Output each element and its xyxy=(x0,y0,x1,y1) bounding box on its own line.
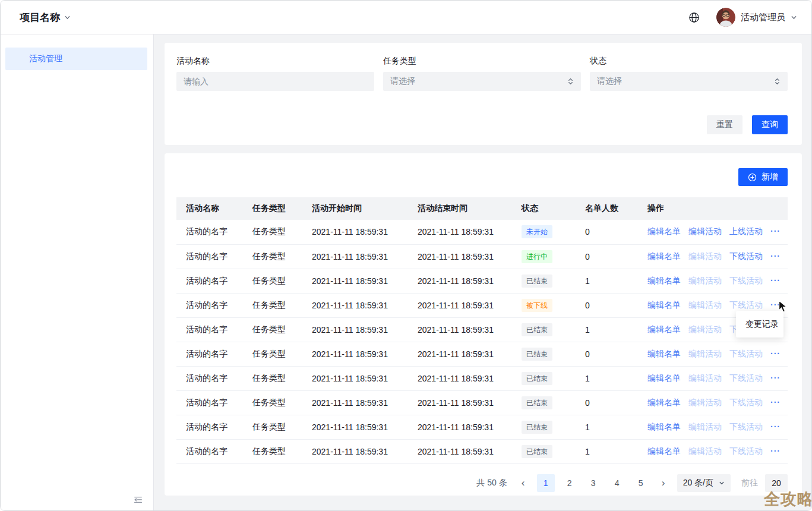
status-select[interactable]: 请选择 xyxy=(590,72,788,91)
cell-status: 已结束 xyxy=(512,269,576,293)
next-page-icon[interactable]: › xyxy=(657,474,670,492)
menu-item-change-records[interactable]: 变更记录 xyxy=(745,319,779,330)
search-button[interactable]: 查询 xyxy=(752,115,788,134)
avatar xyxy=(716,8,735,27)
reset-button[interactable]: 重置 xyxy=(707,115,743,134)
sidebar-item-activity-management[interactable]: 活动管理 xyxy=(5,48,147,70)
page-number-4[interactable]: 4 xyxy=(608,474,626,492)
page-number-2[interactable]: 2 xyxy=(561,474,579,492)
globe-icon[interactable] xyxy=(688,12,700,23)
action-offline-activity[interactable]: 下线活动 xyxy=(729,251,763,261)
cell-status: 已结束 xyxy=(512,342,576,366)
user-name: 活动管理员 xyxy=(741,12,785,23)
cell-count: 0 xyxy=(576,342,638,366)
cell-activity-name: 活动的名字 xyxy=(176,244,243,269)
column-header: 任务类型 xyxy=(243,197,302,220)
topbar-right: 活动管理员 xyxy=(688,8,797,27)
user-menu[interactable]: 活动管理员 xyxy=(716,8,797,27)
action-edit-activity: 编辑活动 xyxy=(688,349,722,358)
row-more-icon[interactable]: ··· xyxy=(770,276,781,285)
task-type-select[interactable]: 请选择 xyxy=(383,72,581,91)
cell-end-time: 2021-11-11 18:59:31 xyxy=(408,220,512,244)
action-edit-list[interactable]: 编辑名单 xyxy=(647,300,681,310)
page-number-1[interactable]: 1 xyxy=(537,474,555,492)
cell-activity-name: 活动的名字 xyxy=(176,390,243,415)
cell-actions: 编辑名单编辑活动下线活动··· xyxy=(638,439,788,463)
cell-status: 已结束 xyxy=(512,317,576,342)
add-button-label: 新增 xyxy=(762,172,778,182)
watermark-text: 全攻略 xyxy=(764,488,812,510)
action-edit-list[interactable]: 编辑名单 xyxy=(647,373,681,383)
select-placeholder: 请选择 xyxy=(597,76,622,87)
action-edit-list[interactable]: 编辑名单 xyxy=(647,276,681,285)
row-more-icon[interactable]: ··· xyxy=(770,398,781,407)
action-edit-list[interactable]: 编辑名单 xyxy=(647,251,681,261)
status-badge: 已结束 xyxy=(522,421,552,434)
action-edit-activity: 编辑活动 xyxy=(688,324,722,334)
cell-count: 0 xyxy=(576,390,638,415)
action-edit-list[interactable]: 编辑名单 xyxy=(647,349,681,358)
cell-task-type: 任务类型 xyxy=(243,390,302,415)
cell-task-type: 任务类型 xyxy=(243,220,302,244)
cell-end-time: 2021-11-11 18:59:31 xyxy=(408,390,512,415)
row-more-icon[interactable]: ··· xyxy=(770,349,781,358)
table-panel: 新增 活动名称任务类型活动开始时间活动结束时间状态名单人数操作 活动的名字 任务… xyxy=(165,153,802,496)
page-list: 12345 xyxy=(537,474,650,492)
cell-activity-name: 活动的名字 xyxy=(176,415,243,439)
cell-count: 0 xyxy=(576,244,638,269)
cell-task-type: 任务类型 xyxy=(243,342,302,366)
action-edit-list[interactable]: 编辑名单 xyxy=(647,446,681,456)
activity-name-input[interactable] xyxy=(184,77,367,86)
row-more-icon[interactable]: ··· xyxy=(770,226,781,236)
cell-activity-name: 活动的名字 xyxy=(176,342,243,366)
cell-actions: 编辑名单编辑活动下线活动··· xyxy=(638,366,788,390)
page-size-value: 20 条/页 xyxy=(683,478,713,488)
action-edit-activity[interactable]: 编辑活动 xyxy=(688,226,722,236)
action-offline-activity: 下线活动 xyxy=(729,373,763,383)
status-badge: 已结束 xyxy=(522,348,552,361)
cell-task-type: 任务类型 xyxy=(243,293,302,317)
cell-start-time: 2021-11-11 18:59:31 xyxy=(302,293,408,317)
action-offline-activity: 下线活动 xyxy=(729,300,763,310)
cell-end-time: 2021-11-11 18:59:31 xyxy=(408,244,512,269)
select-expand-icon xyxy=(774,77,781,86)
page-size-select[interactable]: 20 条/页 xyxy=(677,474,731,492)
action-edit-activity: 编辑活动 xyxy=(688,373,722,383)
cell-task-type: 任务类型 xyxy=(243,415,302,439)
column-header: 名单人数 xyxy=(576,197,638,220)
select-placeholder: 请选择 xyxy=(390,76,415,87)
action-edit-activity: 编辑活动 xyxy=(688,398,722,407)
field-label: 状态 xyxy=(590,56,788,67)
action-edit-list[interactable]: 编辑名单 xyxy=(647,226,681,236)
table-row: 活动的名字 任务类型 2021-11-11 18:59:31 2021-11-1… xyxy=(176,269,788,293)
page-title: 项目名称 xyxy=(20,11,60,24)
prev-page-icon[interactable]: ‹ xyxy=(517,474,530,492)
project-title-dropdown[interactable]: 项目名称 xyxy=(20,11,71,24)
cell-count: 1 xyxy=(576,439,638,463)
sidebar-collapse-icon[interactable] xyxy=(133,495,143,504)
cell-end-time: 2021-11-11 18:59:31 xyxy=(408,439,512,463)
action-edit-activity: 编辑活动 xyxy=(688,251,722,261)
action-offline-activity: 下线活动 xyxy=(729,276,763,285)
row-more-icon[interactable]: ··· xyxy=(770,373,781,383)
row-more-icon[interactable]: ··· xyxy=(770,422,781,431)
cell-actions: 编辑名单编辑活动下线活动··· xyxy=(638,269,788,293)
row-more-icon[interactable]: ··· xyxy=(770,446,781,456)
page-number-5[interactable]: 5 xyxy=(632,474,650,492)
action-edit-activity: 编辑活动 xyxy=(688,446,722,456)
cell-status: 已结束 xyxy=(512,390,576,415)
action-online-activity[interactable]: 上线活动 xyxy=(729,226,763,236)
cell-start-time: 2021-11-11 18:59:31 xyxy=(302,342,408,366)
action-edit-list[interactable]: 编辑名单 xyxy=(647,422,681,431)
cell-start-time: 2021-11-11 18:59:31 xyxy=(302,220,408,244)
action-offline-activity: 下线活动 xyxy=(729,446,763,456)
action-edit-list[interactable]: 编辑名单 xyxy=(647,324,681,334)
cell-status: 已结束 xyxy=(512,415,576,439)
add-button[interactable]: 新增 xyxy=(738,168,788,186)
column-header: 状态 xyxy=(512,197,576,220)
cell-end-time: 2021-11-11 18:59:31 xyxy=(408,317,512,342)
action-edit-list[interactable]: 编辑名单 xyxy=(647,398,681,407)
row-more-icon[interactable]: ··· xyxy=(770,251,781,261)
page-number-3[interactable]: 3 xyxy=(584,474,602,492)
table-row: 活动的名字 任务类型 2021-11-11 18:59:31 2021-11-1… xyxy=(176,244,788,269)
